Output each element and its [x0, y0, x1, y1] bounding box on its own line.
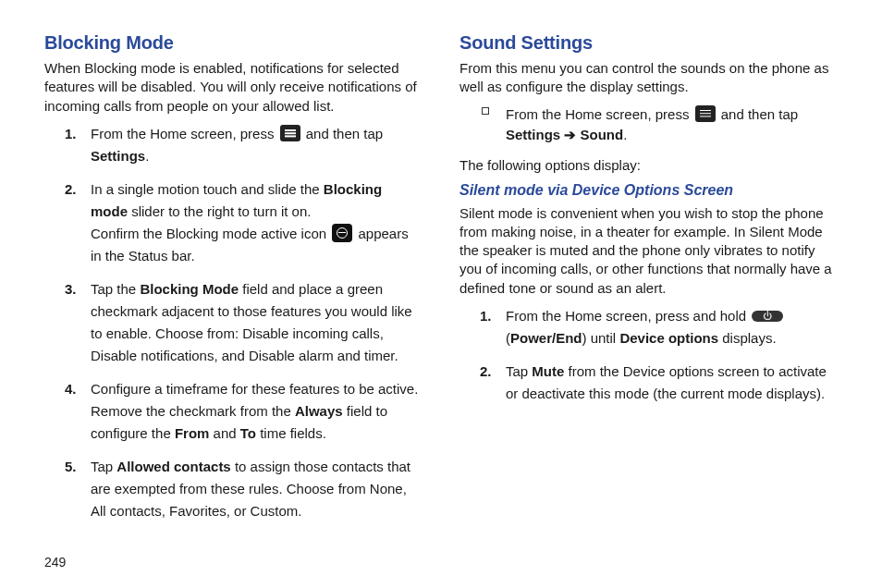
text: Tap	[91, 459, 116, 474]
from-label: From	[175, 425, 210, 441]
step-2: In a single motion touch and slide the B…	[91, 178, 423, 267]
text: Tap the	[91, 281, 140, 297]
mute-label: Mute	[532, 363, 564, 379]
step-2: Tap Mute from the Device options screen …	[506, 361, 838, 405]
power-end-key-icon	[752, 311, 783, 322]
text: Confirm the Blocking mode active icon	[91, 226, 330, 241]
options-display-text: The following options display:	[459, 155, 838, 175]
sound-settings-heading: Sound Settings	[459, 32, 838, 54]
text: Tap	[506, 363, 532, 379]
text: displays.	[718, 330, 777, 346]
to-label: To	[240, 425, 256, 441]
silent-mode-intro: Silent mode is convenient when you wish …	[459, 204, 838, 298]
sound-settings-intro: From this menu you can control the sound…	[459, 59, 838, 97]
square-bullet-icon	[482, 107, 489, 115]
step-4: Configure a timeframe for these features…	[91, 378, 423, 445]
silent-mode-steps: From the Home screen, press and hold (Po…	[459, 305, 838, 405]
menu-key-icon	[695, 105, 716, 122]
device-options-label: Device options	[619, 330, 718, 346]
step-1: From the Home screen, press and hold (Po…	[506, 305, 838, 349]
text: In a single motion touch and slide the	[91, 181, 324, 197]
arrow-icon: ➔	[560, 127, 580, 142]
text: and then tap	[717, 106, 799, 122]
allowed-contacts-label: Allowed contacts	[116, 459, 230, 474]
blocking-mode-intro: When Blocking mode is enabled, notificat…	[44, 59, 423, 116]
text: and then tap	[302, 126, 384, 141]
text: slider to the right to turn it on.	[128, 203, 311, 219]
step-5: Tap Allowed contacts to assign those con…	[91, 456, 423, 522]
blocking-active-icon	[332, 224, 352, 242]
two-column-layout: Blocking Mode When Blocking mode is enab…	[44, 32, 838, 549]
left-column: Blocking Mode When Blocking mode is enab…	[44, 32, 423, 549]
text: .	[623, 127, 627, 142]
text: From the Home screen, press	[91, 126, 278, 141]
page-number: 249	[44, 555, 838, 570]
step-1: From the Home screen, press and then tap…	[91, 123, 423, 167]
text: and	[209, 425, 239, 441]
settings-label: Settings	[506, 127, 560, 142]
sound-label: Sound	[581, 127, 624, 142]
right-column: Sound Settings From this menu you can co…	[459, 32, 838, 549]
text: From the Home screen, press	[506, 106, 693, 122]
blocking-mode-heading: Blocking Mode	[44, 32, 423, 54]
always-label: Always	[295, 403, 343, 419]
step-3: Tap the Blocking Mode field and place a …	[91, 278, 423, 367]
settings-label: Settings	[91, 148, 145, 164]
text: time fields.	[256, 425, 326, 441]
text: ) until	[582, 330, 620, 346]
blocking-mode-steps: From the Home screen, press and then tap…	[44, 123, 423, 522]
menu-key-icon	[280, 125, 300, 141]
power-end-label: Power/End	[510, 330, 582, 346]
text: .	[145, 148, 149, 164]
blocking-mode-field-label: Blocking Mode	[140, 281, 239, 297]
silent-mode-subheading: Silent mode via Device Options Screen	[459, 182, 838, 199]
text: From the Home screen, press and hold	[506, 308, 750, 324]
sound-bullet-item: From the Home screen, press and then tap…	[506, 104, 838, 146]
